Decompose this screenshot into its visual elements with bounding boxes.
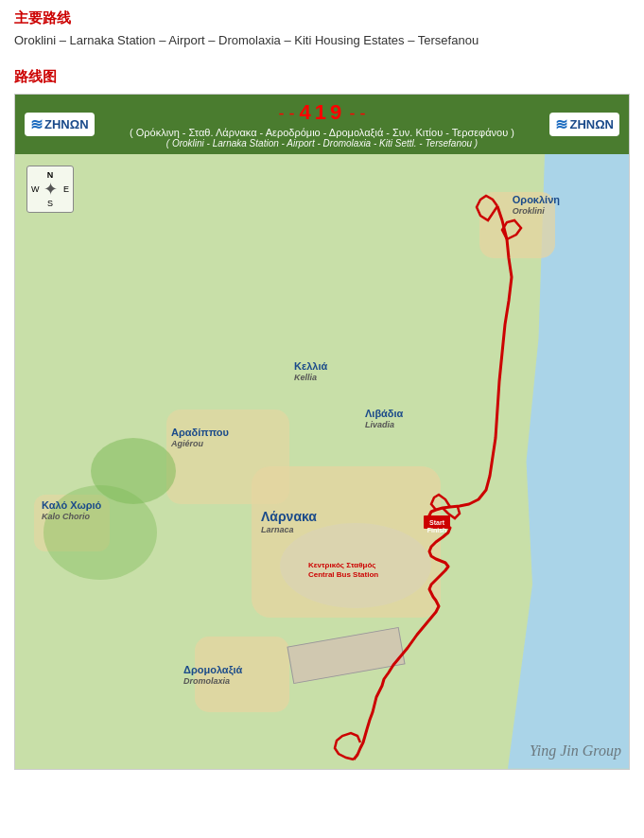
- logo-left: ≋ ΖΗΝΩΝ: [25, 113, 95, 136]
- map-header: ≋ ΖΗΝΩΝ - - 419 - - ( Ορόκλινη - Σταθ. Λ…: [15, 95, 629, 154]
- logo-text-left: ΖΗΝΩΝ: [44, 117, 89, 131]
- map-container: ≋ ΖΗΝΩΝ - - 419 - - ( Ορόκλινη - Σταθ. Λ…: [14, 94, 630, 770]
- route-greek: ( Ορόκλινη - Σταθ. Λάρνακα - Αεροδρόμιο …: [95, 127, 550, 138]
- route-number-line: - - 419 - -: [95, 100, 550, 125]
- route-number: 419: [299, 100, 345, 124]
- compass-star: ✦: [44, 179, 58, 200]
- forest-area-2: [44, 485, 157, 580]
- urban-aradippou: [166, 410, 289, 504]
- map-section: 路线图 ≋ ΖΗΝΩΝ - - 419 - - ( Ορόκλινη - Στα…: [14, 68, 630, 770]
- compass-south: S: [47, 199, 53, 208]
- logo-right: ≋ ΖΗΝΩΝ: [549, 113, 619, 136]
- route-english: ( Oroklini - Larnaka Station - Airport -…: [95, 138, 550, 148]
- logo-waves-right: ≋: [555, 115, 567, 133]
- watermark: Ying Jin Group: [530, 742, 621, 759]
- map-section-title: 路线图: [14, 68, 630, 86]
- logo-text-right: ΖΗΝΩΝ: [569, 117, 614, 131]
- route-description: Oroklini – Larnaka Station – Airport – D…: [14, 31, 630, 51]
- compass: N S W E ✦: [26, 166, 74, 213]
- main-route-title: 主要路线: [14, 9, 630, 27]
- main-route-section: 主要路线 Oroklini – Larnaka Station – Airpor…: [14, 9, 630, 51]
- compass-east: E: [63, 184, 69, 194]
- logo-waves-left: ≋: [30, 115, 43, 133]
- urban-oroklini: [479, 192, 555, 258]
- urban-dromolaxia: [195, 637, 289, 712]
- header-center: - - 419 - - ( Ορόκλινη - Σταθ. Λάρνακα -…: [95, 100, 550, 148]
- compass-west: W: [31, 184, 40, 194]
- compass-inner: N S W E ✦: [31, 170, 69, 208]
- map-image: Start Finish N S W E ✦ Οροκλίνη Oroklini…: [15, 154, 630, 769]
